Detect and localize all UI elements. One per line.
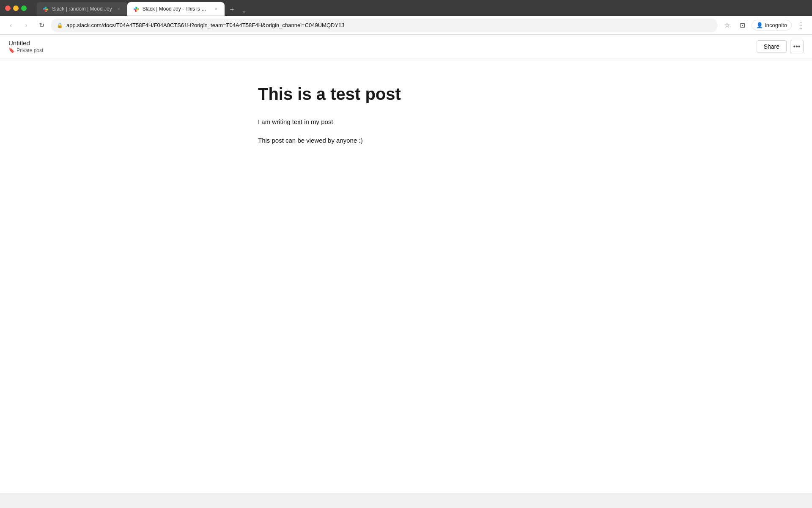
- title-bar: Slack | random | Mood Joy ×: [0, 0, 812, 16]
- ellipsis-icon: •••: [793, 43, 801, 50]
- browser-tab-1[interactable]: Slack | random | Mood Joy ×: [37, 2, 127, 16]
- tab2-favicon: [132, 6, 139, 12]
- url-bar[interactable]: 🔒 app.slack.com/docs/T04A4T58F4H/F04A0CT…: [51, 19, 718, 32]
- more-icon: ⋮: [797, 21, 805, 30]
- split-icon: ⊡: [740, 21, 745, 29]
- document-body: This is a test post I am writing text in…: [0, 58, 812, 493]
- url-text: app.slack.com/docs/T04A4T58F4H/F04A0CTS6…: [66, 22, 712, 28]
- private-post-icon: 🔖: [8, 47, 15, 53]
- back-button[interactable]: ‹: [5, 19, 17, 31]
- page-title: Untitled: [8, 39, 43, 47]
- document-paragraph-1: I am writing text in my post: [258, 117, 554, 127]
- page-actions: Share •••: [757, 40, 804, 53]
- more-options-button[interactable]: •••: [790, 40, 804, 53]
- close-button[interactable]: [5, 6, 11, 11]
- page-subtitle: 🔖 Private post: [8, 47, 43, 53]
- maximize-button[interactable]: [21, 6, 27, 11]
- page-title-section: Untitled 🔖 Private post: [8, 39, 43, 53]
- tab1-favicon: [42, 6, 49, 12]
- split-view-button[interactable]: ⊡: [736, 19, 748, 31]
- tabs-bar: Slack | random | Mood Joy ×: [33, 0, 253, 16]
- page-header: Untitled 🔖 Private post Share •••: [0, 35, 812, 58]
- document-content: This is a test post I am writing text in…: [258, 84, 554, 154]
- tab-list-button[interactable]: ⌄: [238, 6, 250, 16]
- profile-label: Incognito: [765, 22, 787, 28]
- document-paragraph-2: This post can be viewed by anyone :): [258, 135, 554, 146]
- back-icon: ‹: [10, 22, 12, 29]
- lock-icon: 🔒: [57, 22, 63, 28]
- tab2-close[interactable]: ×: [213, 6, 219, 12]
- incognito-icon: 👤: [756, 22, 763, 28]
- tab1-close[interactable]: ×: [115, 6, 122, 12]
- share-button[interactable]: Share: [757, 40, 787, 53]
- reload-button[interactable]: ↻: [36, 19, 47, 31]
- forward-button[interactable]: ›: [20, 19, 32, 31]
- reload-icon: ↻: [39, 21, 44, 29]
- profile-button[interactable]: 👤 Incognito: [752, 20, 792, 30]
- bookmark-button[interactable]: ☆: [721, 19, 733, 31]
- page-content: Untitled 🔖 Private post Share ••• This i…: [0, 35, 812, 493]
- page-subtitle-text: Private post: [16, 47, 43, 53]
- browser-tab-2[interactable]: Slack | Mood Joy - This is a te... ×: [127, 2, 225, 16]
- address-bar: ‹ › ↻ 🔒 app.slack.com/docs/T04A4T58F4H/F…: [0, 16, 812, 35]
- traffic-lights: [5, 6, 27, 11]
- browser-more-button[interactable]: ⋮: [795, 19, 807, 31]
- tab2-title: Slack | Mood Joy - This is a te...: [143, 6, 209, 12]
- minimize-button[interactable]: [13, 6, 19, 11]
- document-title: This is a test post: [258, 84, 554, 104]
- star-icon: ☆: [724, 21, 730, 29]
- browser-chrome: Slack | random | Mood Joy ×: [0, 0, 812, 35]
- forward-icon: ›: [25, 22, 27, 29]
- add-tab-button[interactable]: +: [226, 4, 238, 16]
- tab1-title: Slack | random | Mood Joy: [52, 6, 112, 12]
